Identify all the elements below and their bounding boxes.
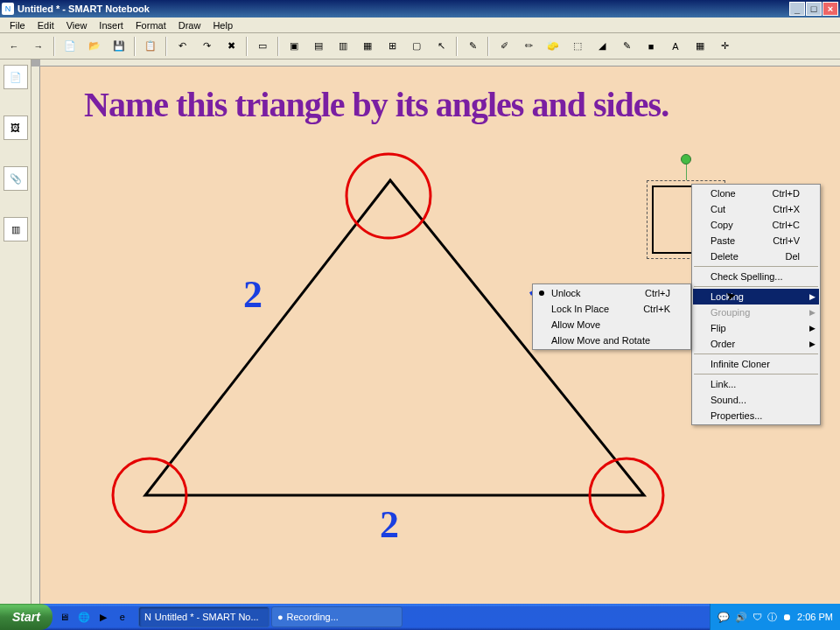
menu-draw[interactable]: Draw xyxy=(172,19,207,32)
toolbar-button-7[interactable]: ↷ xyxy=(195,35,218,58)
lock-label: Allow Move xyxy=(551,319,670,330)
ctx-shortcut: Del xyxy=(785,251,800,262)
toolbar-button-21[interactable]: ⬚ xyxy=(566,35,589,58)
ctx-copy[interactable]: CopyCtrl+C xyxy=(693,217,819,233)
menu-separator xyxy=(694,354,818,354)
toolbar-button-16[interactable]: ↖ xyxy=(430,35,452,58)
ctx-infinite-cloner[interactable]: Infinite Cloner xyxy=(693,356,819,372)
tray-icon[interactable]: ⓘ xyxy=(767,611,777,624)
lock-allow-move[interactable]: Allow Move xyxy=(534,317,690,332)
toolbar-button-4[interactable]: 💾 xyxy=(108,35,130,58)
ctx-order[interactable]: Order▶ xyxy=(693,336,819,352)
tray-icon[interactable]: 💬 xyxy=(718,612,730,623)
menu-bar: FileEditViewInsertFormatDrawHelp xyxy=(0,18,840,33)
ctx-paste[interactable]: PasteCtrl+V xyxy=(693,233,819,248)
menu-help[interactable]: Help xyxy=(206,19,239,32)
toolbar-button-3[interactable]: 📂 xyxy=(83,35,106,58)
window-buttons: _ □ × xyxy=(789,2,838,16)
toolbar-button-13[interactable]: ▦ xyxy=(356,35,379,58)
toolbar-button-26[interactable]: ▦ xyxy=(689,35,711,58)
ctx-label: Link... xyxy=(710,379,800,389)
toolbar-button-23[interactable]: ✎ xyxy=(615,35,638,58)
sidepanel-button-0[interactable]: 📄 xyxy=(4,65,28,89)
toolbar-button-8[interactable]: ✖ xyxy=(220,35,242,58)
toolbar-button-2[interactable]: 📄 xyxy=(59,35,81,58)
ruler-left xyxy=(32,66,40,604)
close-button[interactable]: × xyxy=(822,2,838,16)
ctx-cut[interactable]: CutCtrl+X xyxy=(693,201,819,217)
ql-media-icon[interactable]: ▶ xyxy=(94,607,112,626)
sidepanel-button-2[interactable]: 📎 xyxy=(4,166,28,191)
radio-dot-icon xyxy=(539,290,544,296)
lock-label: Lock In Place xyxy=(551,304,617,314)
toolbar-separator xyxy=(165,37,167,56)
toolbar-button-9[interactable]: ▭ xyxy=(251,35,274,58)
ctx-flip[interactable]: Flip▶ xyxy=(693,320,819,336)
toolbar-button-25[interactable]: A xyxy=(664,35,687,58)
lock-unlock[interactable]: UnlockCtrl+J xyxy=(534,285,690,301)
ctx-check-spelling-[interactable]: Check Spelling... xyxy=(693,269,819,284)
toolbar-button-14[interactable]: ⊞ xyxy=(381,35,403,58)
menu-view[interactable]: View xyxy=(60,19,94,32)
task-buttons: NUntitled * - SMART No...●Recording... xyxy=(138,606,402,627)
toolbar-button-0[interactable]: ← xyxy=(3,35,25,58)
restore-button[interactable]: □ xyxy=(806,2,822,16)
ctx-properties-[interactable]: Properties... xyxy=(693,408,819,424)
task-label: Recording... xyxy=(287,612,339,622)
lock-allow-move-and-rotate[interactable]: Allow Move and Rotate xyxy=(534,332,690,348)
ctx-sound-[interactable]: Sound... xyxy=(693,392,819,408)
toolbar-button-19[interactable]: ✏ xyxy=(517,35,540,58)
sidepanel-button-3[interactable]: ▥ xyxy=(4,217,28,242)
task-recording-[interactable]: ●Recording... xyxy=(271,606,402,627)
task-icon: N xyxy=(144,612,151,622)
start-button[interactable]: Start xyxy=(0,604,52,630)
tray-icon[interactable]: 🔊 xyxy=(735,612,747,623)
tray-icon[interactable]: ⏺ xyxy=(782,612,792,622)
toolbar-button-24[interactable]: ■ xyxy=(640,35,662,58)
ctx-delete[interactable]: DeleteDel xyxy=(693,248,819,264)
menu-edit[interactable]: Edit xyxy=(32,19,60,32)
locking-submenu[interactable]: UnlockCtrl+JLock In PlaceCtrl+KAllow Mov… xyxy=(532,284,691,350)
tray-icon[interactable]: 🛡 xyxy=(752,612,762,622)
toolbar-button-12[interactable]: ▥ xyxy=(332,35,354,58)
ctx-label: Paste xyxy=(710,235,746,246)
toolbar-button-6[interactable]: ↶ xyxy=(171,35,193,58)
menu-file[interactable]: File xyxy=(4,19,32,32)
system-tray[interactable]: 💬 🔊 🛡 ⓘ ⏺ 2:06 PM xyxy=(710,604,840,630)
sidepanel-button-1[interactable]: 🖼 xyxy=(4,116,28,140)
ql-browser-icon[interactable]: 🌐 xyxy=(75,607,93,626)
toolbar-button-11[interactable]: ▤ xyxy=(307,35,330,58)
submenu-arrow-icon: ▶ xyxy=(809,340,816,348)
toolbar-button-22[interactable]: ◢ xyxy=(591,35,613,58)
toolbar-button-27[interactable]: ✛ xyxy=(713,35,736,58)
ql-desktop-icon[interactable]: 🖥 xyxy=(56,607,74,626)
ctx-link-[interactable]: Link... xyxy=(693,376,819,392)
rotate-handle[interactable] xyxy=(681,154,691,164)
lock-lock-in-place[interactable]: Lock In PlaceCtrl+K xyxy=(534,301,690,317)
menu-separator xyxy=(694,286,818,287)
toolbar-button-18[interactable]: ✐ xyxy=(493,35,515,58)
toolbar-button-10[interactable]: ▣ xyxy=(283,35,305,58)
toolbar-button-17[interactable]: ✎ xyxy=(461,35,484,58)
ql-ie-icon[interactable]: e xyxy=(114,607,131,626)
lock-label: Unlock xyxy=(551,288,619,298)
menu-separator xyxy=(694,374,818,374)
ctx-label: Check Spelling... xyxy=(710,271,800,282)
submenu-arrow-icon: ▶ xyxy=(809,308,816,317)
toolbar-button-15[interactable]: ▢ xyxy=(405,35,428,58)
taskbar: Start 🖥 🌐 ▶ e NUntitled * - SMART No...●… xyxy=(0,604,840,630)
toolbar-button-1[interactable]: → xyxy=(27,35,50,58)
context-menu[interactable]: CloneCtrl+DCutCtrl+XCopyCtrl+CPasteCtrl+… xyxy=(691,184,821,425)
lock-label: Allow Move and Rotate xyxy=(551,335,670,346)
ctx-locking[interactable]: Locking▶ xyxy=(693,289,819,304)
menu-format[interactable]: Format xyxy=(130,19,172,32)
minimize-button[interactable]: _ xyxy=(789,2,805,16)
ctx-label: Order xyxy=(710,339,800,349)
clock[interactable]: 2:06 PM xyxy=(797,612,833,622)
toolbar-button-20[interactable]: 🧽 xyxy=(542,35,564,58)
ctx-clone[interactable]: CloneCtrl+D xyxy=(693,186,819,201)
toolbar-button-5[interactable]: 📋 xyxy=(139,35,162,58)
task-untitled-smart-no-[interactable]: NUntitled * - SMART No... xyxy=(138,606,270,627)
menu-insert[interactable]: Insert xyxy=(93,19,130,32)
submenu-arrow-icon: ▶ xyxy=(809,324,816,332)
